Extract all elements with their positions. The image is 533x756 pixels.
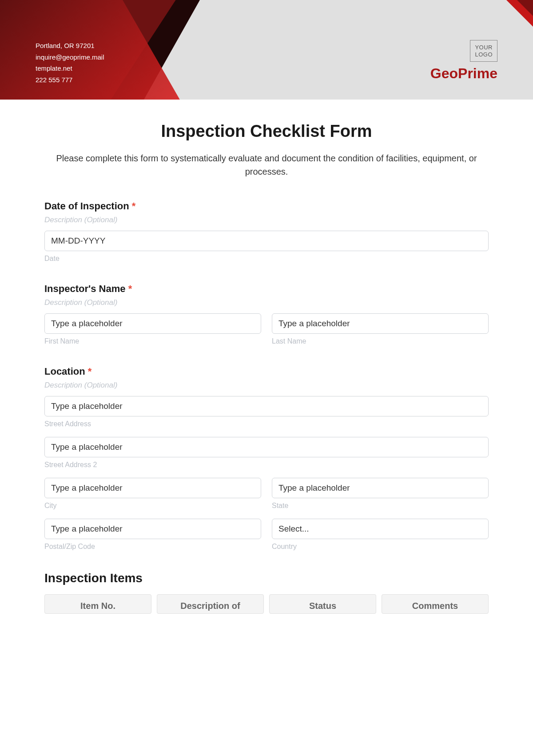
form-title: Inspection Checklist Form [44,122,489,141]
country-select[interactable] [272,519,489,539]
field-sublabel: Last Name [272,337,489,345]
inspection-items-title: Inspection Items [44,571,489,585]
field-label: Date of Inspection * [44,200,489,212]
form-subtitle: Please complete this form to systematica… [44,152,489,178]
description-optional: Description (Optional) [44,381,489,390]
inspection-items-table-header: Item No. Description of Status Comments [44,594,489,614]
required-mark: * [128,283,132,294]
page-header: Portland, OR 97201 inquire@geoprime.mail… [0,0,533,100]
column-header: Comments [382,594,489,614]
date-input[interactable] [44,231,489,251]
street-address-input[interactable] [44,396,489,416]
brand-name: GeoPrime [430,65,497,82]
form-content: Inspection Checklist Form Please complet… [0,100,533,632]
column-header: Status [269,594,376,614]
field-sublabel: Street Address [44,420,489,428]
logo-placeholder: YOURLOGO [470,40,497,62]
description-optional: Description (Optional) [44,298,489,307]
field-sublabel: Postal/Zip Code [44,543,261,551]
company-address: Portland, OR 97201 [36,40,104,52]
company-contact-info: Portland, OR 97201 inquire@geoprime.mail… [36,40,104,85]
company-website: template.net [36,63,104,74]
city-input[interactable] [44,478,261,498]
brand-block: YOURLOGO GeoPrime [430,40,497,82]
date-of-inspection-field: Date of Inspection * Description (Option… [44,200,489,263]
first-name-input[interactable] [44,313,261,334]
column-header: Item No. [44,594,151,614]
location-field: Location * Description (Optional) Street… [44,366,489,551]
required-mark: * [132,200,136,212]
description-optional: Description (Optional) [44,216,489,224]
street-address-2-input[interactable] [44,437,489,457]
state-input[interactable] [272,478,489,498]
field-sublabel: Date [44,255,489,263]
company-email: inquire@geoprime.mail [36,52,104,63]
field-label: Location * [44,366,489,377]
last-name-input[interactable] [272,313,489,334]
required-mark: * [88,366,92,377]
field-sublabel: Country [272,543,489,551]
inspector-name-field: Inspector's Name * Description (Optional… [44,283,489,345]
column-header: Description of [157,594,264,614]
field-sublabel: Street Address 2 [44,461,489,469]
field-label: Inspector's Name * [44,283,489,295]
field-sublabel: First Name [44,337,261,345]
company-phone: 222 555 777 [36,74,104,86]
field-sublabel: City [44,502,261,510]
postal-code-input[interactable] [44,519,261,539]
field-sublabel: State [272,502,489,510]
